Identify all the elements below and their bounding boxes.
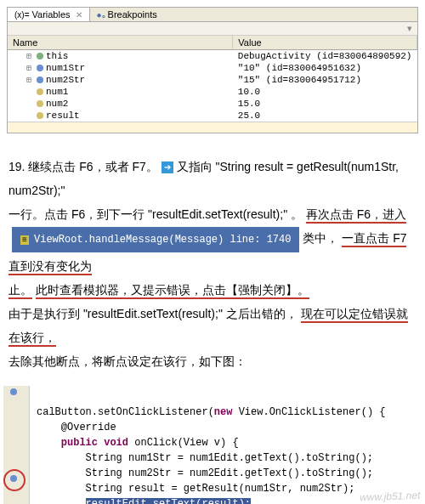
expand-icon[interactable]: ⊞	[26, 63, 37, 73]
tab-variables[interactable]: (x)= Variables ✕	[8, 8, 90, 21]
detail-area	[8, 122, 417, 133]
table-row[interactable]: ⊞thisDebugActivity (id=830064890592)	[8, 50, 417, 63]
var-icon	[37, 65, 43, 71]
current-line-highlight: resultEdit.setText(result);	[86, 498, 251, 504]
filter-bar: ▾	[8, 22, 417, 36]
table-row[interactable]: ⊞num2Str"15" (id=830064951712)	[8, 74, 417, 86]
var-icon	[37, 53, 43, 59]
watermark: www.jb51.net	[359, 490, 420, 503]
variables-icon: (x)=	[14, 10, 30, 20]
code-editor: calButton.setOnClickListener(new View.On…	[3, 386, 422, 504]
table-header-row: Name Value	[8, 36, 417, 50]
breakpoints-icon: ●ₒ	[97, 10, 105, 20]
table-row[interactable]: ⊞num1Str"10" (id=830064951632)	[8, 62, 417, 74]
var-icon	[37, 100, 43, 107]
breakpoint-icon[interactable]	[10, 388, 17, 395]
var-icon	[37, 112, 43, 119]
menu-dropdown-icon[interactable]: ▾	[407, 23, 412, 33]
table-row[interactable]: result25.0	[8, 110, 417, 122]
tab-label: Breakpoints	[108, 9, 157, 20]
stack-frame-icon: ≡	[20, 235, 29, 245]
debug-tabs: (x)= Variables ✕ ●ₒ Breakpoints	[8, 8, 417, 22]
code-content: calButton.setOnClickListener(new View.On…	[30, 386, 388, 504]
var-icon	[37, 88, 43, 95]
col-value: Value	[233, 36, 417, 50]
breakpoint-icon[interactable]	[10, 475, 17, 482]
var-icon	[37, 76, 43, 83]
code-gutter	[3, 386, 30, 504]
col-name: Name	[8, 36, 233, 50]
expand-icon[interactable]: ⊞	[26, 51, 37, 61]
close-icon[interactable]: ✕	[76, 10, 82, 20]
variables-table: Name Value ⊞thisDebugActivity (id=830064…	[8, 36, 417, 122]
step-number: 19.	[8, 160, 25, 173]
stack-frame-bar: ≡ViewRoot.handleMessage(Message) line: 1…	[12, 227, 299, 252]
variables-panel: (x)= Variables ✕ ●ₒ Breakpoints ▾ Name V…	[7, 7, 418, 133]
paragraph-19: 19. 继续点击 F6，或者 F7。 ➔ 又指向 "String result …	[0, 150, 425, 377]
table-row[interactable]: num110.0	[8, 86, 417, 98]
table-row[interactable]: num215.0	[8, 98, 417, 110]
debug-pointer-icon: ➔	[162, 161, 173, 173]
tab-label: Variables	[32, 9, 71, 20]
expand-icon[interactable]: ⊞	[26, 75, 37, 85]
tab-breakpoints[interactable]: ●ₒ Breakpoints	[90, 8, 164, 21]
